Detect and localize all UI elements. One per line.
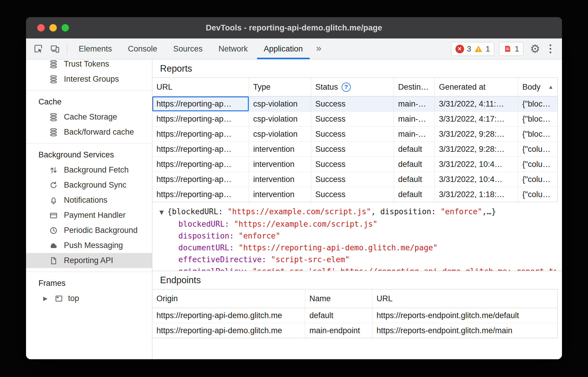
- document-icon: [49, 256, 59, 266]
- report-row[interactable]: https://reporting-ap… intervention Succe…: [152, 187, 558, 202]
- sidebar-item-push-messaging[interactable]: Push Messaging: [26, 238, 152, 253]
- report-status-cell: Success: [311, 187, 394, 202]
- expand-arrow-icon[interactable]: ▶: [43, 295, 50, 302]
- database-icon: [49, 112, 59, 122]
- report-status-cell: Success: [311, 157, 394, 172]
- collapse-triangle-icon[interactable]: ▼: [159, 209, 164, 215]
- report-url-cell: https://reporting-ap…: [152, 127, 249, 141]
- sidebar-item-background-sync[interactable]: Background Sync: [26, 178, 152, 193]
- col-header-generated-at[interactable]: Generated at: [435, 78, 518, 96]
- reports-table: URL Type Status ? Destin… Generated at B…: [152, 78, 558, 202]
- reporting-api-panel: Reports URL Type Status ? Destin… Genera…: [152, 59, 562, 359]
- report-row[interactable]: https://reporting-ap… intervention Succe…: [152, 142, 558, 157]
- report-url-cell: https://reporting-ap…: [152, 112, 249, 126]
- col-header-origin[interactable]: Origin: [152, 289, 305, 308]
- report-type-cell: csp-violation: [249, 96, 311, 111]
- sidebar-item-back-forward-cache[interactable]: Back/forward cache: [26, 125, 152, 140]
- json-property-line: blockedURL: "https://example.com/script.…: [159, 218, 556, 230]
- sidebar-divider: [26, 143, 152, 144]
- tab-network[interactable]: Network: [211, 38, 256, 59]
- sidebar-item-payment-handler[interactable]: Payment Handler: [26, 208, 152, 223]
- report-row[interactable]: https://reporting-ap… csp-violation Succ…: [152, 127, 558, 142]
- tab-elements[interactable]: Elements: [71, 38, 120, 59]
- status-help-icon[interactable]: ?: [342, 83, 351, 92]
- console-summary-badge[interactable]: × 3 1: [451, 42, 495, 56]
- sidebar-item-background-fetch[interactable]: Background Fetch: [26, 162, 152, 178]
- json-property-line: disposition: "enforce": [159, 230, 556, 242]
- settings-gear-button[interactable]: ⚙: [528, 42, 542, 55]
- up-down-arrows-icon: [49, 165, 59, 175]
- endpoint-row[interactable]: https://reporting-api-demo.glitch.me mai…: [152, 323, 558, 338]
- sidebar-item-periodic-background-sync[interactable]: Periodic Background: [26, 223, 152, 238]
- tab-console[interactable]: Console: [120, 38, 165, 59]
- database-icon: [49, 127, 59, 137]
- toggle-device-toolbar-button[interactable]: [47, 38, 63, 59]
- report-body-cell: {"bloc…: [518, 112, 558, 126]
- traffic-lights: [37, 24, 69, 32]
- issues-badge[interactable]: 1: [499, 42, 523, 56]
- endpoint-url-cell: https://reports-endpoint.glitch.me/defau…: [372, 308, 558, 323]
- col-header-status-label: Status: [315, 83, 338, 92]
- sidebar-item-label: Interest Groups: [64, 75, 119, 84]
- endpoint-name-cell: default: [305, 308, 372, 323]
- endpoints-table: Origin Name URL https://reporting-api-de…: [152, 289, 558, 338]
- report-destination-cell: default: [394, 187, 435, 202]
- tab-application[interactable]: Application: [256, 38, 311, 59]
- clock-icon: [49, 225, 59, 236]
- issues-icon: [503, 45, 512, 53]
- sync-circular-arrows-icon: [49, 180, 59, 190]
- report-status-cell: Success: [311, 112, 394, 126]
- report-row[interactable]: https://reporting-ap… csp-violation Succ…: [152, 112, 558, 127]
- frame-icon: [54, 294, 64, 304]
- report-row[interactable]: https://reporting-ap… intervention Succe…: [152, 157, 558, 172]
- sidebar-item-label: Background Fetch: [64, 165, 129, 175]
- sidebar-item-notifications[interactable]: Notifications: [26, 193, 152, 208]
- sidebar-item-top-frame[interactable]: ▶ top: [26, 291, 152, 306]
- endpoint-row[interactable]: https://reporting-api-demo.glitch.me def…: [152, 308, 558, 323]
- report-body-cell: {"colu…: [518, 172, 558, 187]
- report-generated-cell: 3/31/2022, 10:4…: [435, 172, 518, 187]
- sidebar-item-label: Notifications: [64, 196, 107, 205]
- col-header-body[interactable]: Body ▲: [518, 78, 558, 96]
- sidebar-item-interest-groups[interactable]: Interest Groups: [26, 72, 152, 87]
- report-type-cell: intervention: [249, 172, 311, 187]
- col-header-type[interactable]: Type: [249, 78, 311, 96]
- report-url-cell[interactable]: https://reporting-ap…: [152, 96, 249, 111]
- endpoint-origin-cell: https://reporting-api-demo.glitch.me: [152, 308, 305, 323]
- inspect-element-button[interactable]: [30, 38, 47, 59]
- sidebar-item-reporting-api[interactable]: Reporting API: [26, 253, 152, 268]
- reports-heading: Reports: [152, 59, 562, 78]
- minimize-window-button[interactable]: [49, 24, 57, 32]
- close-window-button[interactable]: [37, 24, 45, 32]
- report-type-cell: intervention: [249, 157, 311, 172]
- reports-table-header: URL Type Status ? Destin… Generated at B…: [152, 78, 558, 96]
- col-header-status[interactable]: Status ?: [311, 78, 394, 96]
- issues-count: 1: [515, 44, 519, 54]
- sidebar-item-trust-tokens[interactable]: Trust Tokens: [26, 59, 152, 72]
- sidebar-item-cache-storage[interactable]: Cache Storage: [26, 109, 152, 125]
- sidebar-divider: [26, 272, 152, 272]
- report-body-cell: {"bloc…: [518, 127, 558, 141]
- json-preview-line: ▼{blockedURL: "https://example.com/scrip…: [159, 206, 556, 218]
- col-header-destination[interactable]: Destin…: [394, 78, 435, 96]
- report-destination-cell: default: [394, 157, 435, 172]
- report-body-cell: {"colu…: [518, 142, 558, 157]
- tab-sources[interactable]: Sources: [165, 38, 211, 59]
- report-row[interactable]: https://reporting-ap… csp-violation Succ…: [152, 96, 558, 112]
- report-destination-cell: default: [394, 142, 435, 157]
- report-row[interactable]: https://reporting-ap… intervention Succe…: [152, 172, 558, 187]
- col-header-endpoint-url[interactable]: URL: [372, 289, 558, 308]
- more-tabs-button[interactable]: »: [311, 38, 327, 59]
- warning-count: 1: [486, 44, 490, 54]
- report-generated-cell: 3/31/2022, 10:4…: [435, 157, 518, 172]
- col-header-url[interactable]: URL: [152, 78, 249, 96]
- report-destination-cell: main-…: [394, 127, 435, 141]
- col-header-name[interactable]: Name: [305, 289, 372, 308]
- toolbar-right-group: × 3 1 1 ⚙: [451, 38, 562, 59]
- database-icon: [49, 74, 59, 84]
- report-status-cell: Success: [311, 127, 394, 141]
- application-sidebar: Trust Tokens Interest Groups Cache Cache…: [26, 59, 152, 359]
- more-options-kebab-button[interactable]: [547, 44, 554, 53]
- zoom-window-button[interactable]: [62, 24, 69, 32]
- sidebar-item-label: Periodic Background: [64, 226, 138, 235]
